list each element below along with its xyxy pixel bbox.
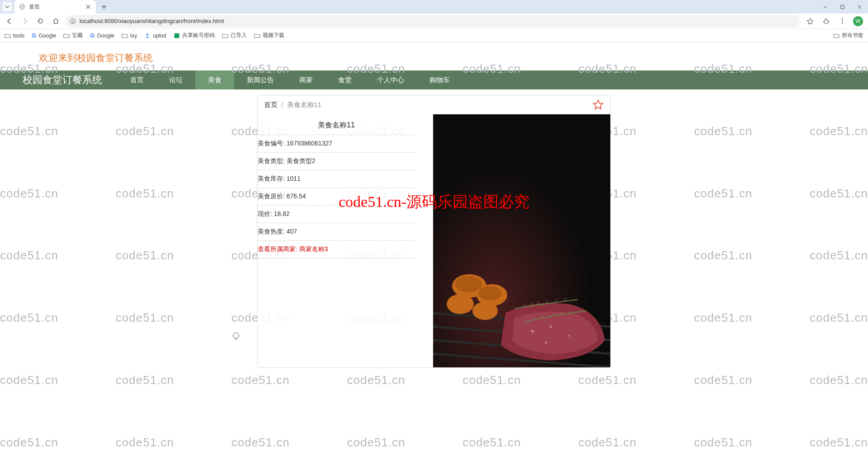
google-icon: G [32,32,36,39]
svg-rect-7 [72,21,73,23]
detail-row: 美食库存: 1011 [258,170,415,188]
bookmark-item[interactable]: 视频下载 [254,32,284,39]
breadcrumb-home[interactable]: 首页 [264,101,278,108]
brand-title: 校园食堂订餐系统 [0,73,118,87]
window-maximize-button[interactable] [834,0,851,14]
bookmark-item[interactable]: GGoogle [90,32,114,39]
bookmark-item[interactable]: 共享账号密码 [174,32,215,39]
svg-point-22 [455,276,482,292]
bookmark-item[interactable]: 已导入 [222,32,247,39]
site-info-icon[interactable] [70,18,76,24]
detail-row: 美食类型: 美食类型2 [258,153,415,170]
bookmarks-bar: tools GGoogle 宝藏 GGoogle txy uplod 共享账号密… [0,29,868,42]
detail-row: 美食编号: 1679386061327 [258,135,415,153]
bookmark-item[interactable]: uplod [144,33,166,39]
folder-icon [63,33,70,39]
svg-point-6 [72,19,73,20]
favorite-star-icon[interactable] [592,99,604,111]
item-image [433,114,610,367]
svg-point-25 [550,326,552,328]
svg-point-21 [472,302,498,320]
nav-item-3[interactable]: 新闻公告 [234,70,287,89]
svg-point-27 [545,342,547,344]
svg-point-24 [531,330,534,333]
new-tab-button[interactable] [99,1,109,12]
detail-row: 美食原价: 676.54 [258,188,415,206]
nav-item-1[interactable]: 论坛 [156,70,195,89]
doc-icon [174,33,180,39]
back-button[interactable] [4,15,15,27]
folder-icon [122,33,128,39]
upload-icon [144,33,151,39]
bookmark-item[interactable]: txy [122,33,137,39]
svg-rect-4 [840,5,844,8]
cursor-icon [233,333,239,339]
tab-title: 首页 [29,3,81,11]
window-minimize-button[interactable] [816,0,834,14]
breadcrumb: 首页 / 美食名称11 [264,101,321,109]
svg-point-26 [568,335,570,337]
folder-icon [254,33,260,39]
tab-dropdown[interactable] [3,2,12,11]
welcome-text: 欢迎来到校园食堂订餐系统 [0,42,868,70]
bookmark-item[interactable]: GGoogle [32,32,56,39]
detail-row: 美食热度: 407 [258,223,415,241]
svg-rect-11 [174,33,179,38]
bookmark-item[interactable]: tools [5,33,24,39]
main-nav: 校园食堂订餐系统 首页论坛美食新闻公告商家食堂个人中心购物车 [0,70,868,89]
browser-tab[interactable]: 首页 [14,0,96,14]
merchant-link[interactable]: 查看所属商家: 商家名称3 [258,241,415,258]
folder-icon [5,33,11,39]
reload-button[interactable] [34,15,46,27]
url-input[interactable] [80,18,796,24]
svg-point-10 [842,23,843,23]
extensions-button[interactable] [820,15,833,28]
nav-item-7[interactable]: 购物车 [417,70,462,89]
bookmark-star-button[interactable] [804,15,816,28]
window-close-button[interactable] [851,0,868,14]
detail-card: 首页 / 美食名称11 美食名称11 美食编号: 1679386061327美食… [257,95,611,368]
detail-row: 现价: 18.82 [258,206,415,223]
nav-item-2[interactable]: 美食 [195,70,234,89]
menu-button[interactable] [836,15,848,27]
svg-point-23 [478,286,502,300]
tab-close-icon[interactable] [85,4,91,10]
nav-item-0[interactable]: 首页 [118,70,156,89]
breadcrumb-current: 美食名称11 [287,101,322,108]
home-button[interactable] [50,15,61,27]
all-bookmarks[interactable]: 所有书签 [833,32,863,39]
google-icon: G [90,32,94,39]
bookmark-item[interactable]: 宝藏 [63,32,83,39]
nav-item-4[interactable]: 商家 [287,70,326,89]
folder-icon [222,33,228,39]
profile-avatar[interactable]: W [852,15,864,28]
svg-point-20 [447,294,474,314]
folder-icon [833,33,840,39]
nav-item-6[interactable]: 个人中心 [364,70,417,89]
forward-button[interactable] [19,15,31,27]
svg-point-9 [842,20,843,21]
item-title: 美食名称11 [258,114,415,135]
globe-icon [19,4,25,10]
nav-item-5[interactable]: 食堂 [326,70,364,89]
svg-point-8 [842,19,843,19]
address-bar[interactable] [65,15,800,28]
